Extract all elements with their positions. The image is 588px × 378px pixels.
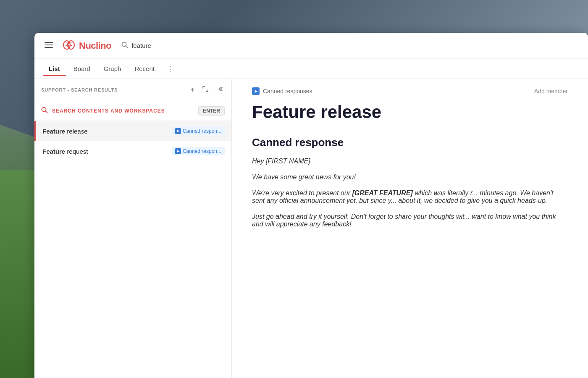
breadcrumb-icon: ➤ — [252, 87, 260, 95]
svg-line-7 — [126, 46, 128, 47]
result-item-left: Feature release — [42, 128, 88, 135]
header-search-query: feature — [131, 42, 151, 49]
sidebar-header: SUPPORT - SEARCH RESULTS + — [34, 79, 231, 101]
nav-tabs: List Board Graph Recent ⋮ — [34, 59, 588, 79]
result-title: Feature release — [42, 128, 88, 135]
canned-responses-icon-1: ➤ — [175, 128, 181, 134]
breadcrumb: ➤ Canned responses Add member — [252, 79, 568, 102]
result-tag-canned-responses-1: ➤ Canned respon... — [172, 127, 225, 135]
expand-button[interactable] — [200, 85, 210, 95]
doc-para-greeting: Hey [FIRST NAME], — [252, 158, 568, 165]
app-header: Nuclino feature — [34, 33, 588, 59]
canned-responses-icon-2: ➤ — [175, 148, 181, 154]
app-window: Nuclino feature List Board Graph Recent … — [34, 33, 588, 378]
main-content: SUPPORT - SEARCH RESULTS + — [34, 79, 588, 378]
header-search-bar[interactable]: feature — [121, 42, 151, 50]
svg-line-9 — [46, 111, 47, 113]
doc-para-try: Just go ahead and try it yourself. Don't… — [252, 213, 568, 228]
hamburger-menu-button[interactable] — [43, 39, 55, 52]
breadcrumb-text[interactable]: Canned responses — [263, 88, 312, 94]
svg-rect-0 — [45, 42, 53, 43]
logo-icon — [61, 38, 76, 53]
result-item-left-2: Feature request — [42, 148, 88, 155]
document-section-title: Canned response — [252, 136, 568, 149]
add-item-button[interactable]: + — [189, 85, 196, 94]
collapse-button[interactable] — [215, 85, 225, 95]
logo-text: Nuclino — [79, 40, 111, 51]
result-tag-canned-responses-2: ➤ Canned respon... — [172, 147, 225, 155]
add-member-button[interactable]: Add member — [534, 88, 568, 94]
tab-board[interactable]: Board — [68, 62, 96, 76]
svg-rect-1 — [45, 45, 53, 45]
tab-graph[interactable]: Graph — [98, 62, 127, 76]
sidebar: SUPPORT - SEARCH RESULTS + — [34, 79, 232, 378]
sidebar-search-text: SEARCH CONTENTS AND WORKSPACES — [52, 108, 194, 114]
result-item-feature-release[interactable]: Feature release ➤ Canned respon... — [34, 121, 231, 141]
doc-para-feature: We're very excited to present our [GREAT… — [252, 189, 568, 205]
document-title: Feature release — [252, 102, 568, 123]
sidebar-search-bar[interactable]: SEARCH CONTENTS AND WORKSPACES ENTER — [34, 101, 231, 121]
search-results-list: Feature release ➤ Canned respon... Featu… — [34, 121, 231, 378]
tab-list[interactable]: List — [43, 62, 66, 76]
logo[interactable]: Nuclino — [61, 38, 111, 53]
document-pane: ➤ Canned responses Add member Feature re… — [232, 79, 588, 378]
sidebar-actions: + — [189, 85, 225, 95]
result-title-2: Feature request — [42, 148, 88, 155]
more-tabs-button[interactable]: ⋮ — [162, 61, 178, 77]
sidebar-title: SUPPORT - SEARCH RESULTS — [41, 87, 118, 92]
doc-para-news: We have some great news for you! — [252, 173, 568, 181]
sidebar-search-icon — [41, 107, 48, 115]
search-icon — [121, 42, 128, 50]
svg-rect-2 — [45, 47, 53, 48]
result-item-feature-request[interactable]: Feature request ➤ Canned respon... — [34, 141, 231, 161]
enter-badge: ENTER — [198, 106, 225, 116]
tab-recent[interactable]: Recent — [129, 62, 160, 76]
